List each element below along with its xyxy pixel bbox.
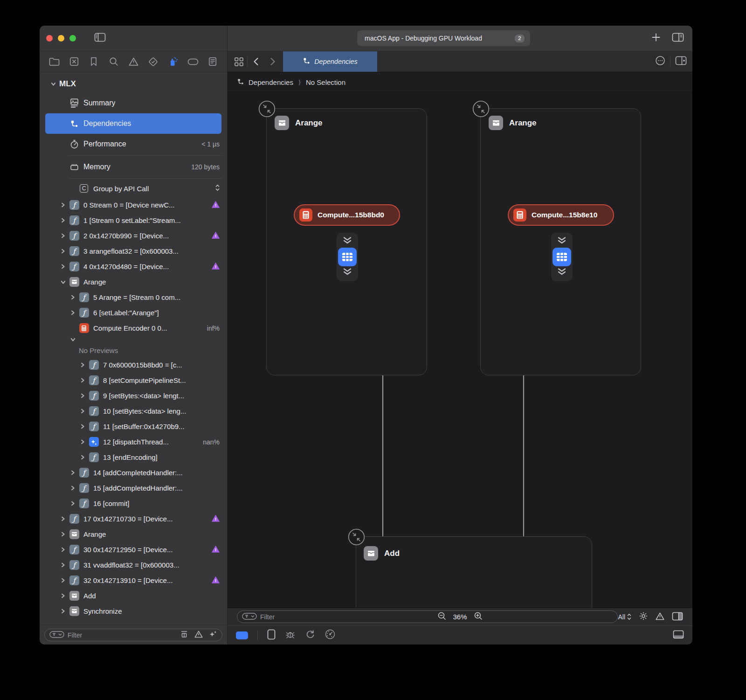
- sidebar-row[interactable]: Performance< 1 µs: [45, 134, 221, 154]
- sidebar-row[interactable]: ƒ15 [addCompletedHandler:...: [45, 480, 221, 496]
- settings-gear-icon[interactable]: [639, 611, 648, 622]
- more-options-icon[interactable]: [655, 55, 665, 68]
- sidebar-row[interactable]: Compute Encoder 0 0...inf%: [45, 320, 221, 336]
- sidebar-row[interactable]: Arange: [45, 274, 221, 290]
- zoom-button[interactable]: [69, 35, 76, 42]
- sparkle-filter-icon[interactable]: [209, 630, 217, 640]
- collapse-icon[interactable]: [348, 528, 365, 546]
- sidebar-row[interactable]: ƒ6 [setLabel:"Arange"]: [45, 305, 221, 320]
- toggle-sidebar-icon[interactable]: [94, 33, 106, 44]
- dependency-graph-canvas[interactable]: Arange Compute...15b8bd0: [228, 92, 692, 608]
- disclosure-chevron[interactable]: [70, 337, 79, 342]
- disclosure-chevron[interactable]: [61, 218, 69, 223]
- folder-icon[interactable]: [47, 55, 61, 69]
- sidebar-row[interactable]: ƒ16 [commit]: [45, 496, 221, 511]
- debug-area-toggle[interactable]: [236, 631, 248, 639]
- sidebar-row[interactable]: ƒ30 0x142712950 = [Device...!: [45, 542, 221, 557]
- sidebar-row[interactable]: ƒ8 [setComputePipelineSt...: [45, 373, 221, 388]
- buffer-widget-2[interactable]: [551, 233, 573, 281]
- sidebar-row[interactable]: Synchronize: [45, 603, 221, 619]
- disclosure-chevron[interactable]: [80, 362, 89, 367]
- compute-encoder-node-2[interactable]: Compute...15b8e10: [508, 204, 614, 226]
- sidebar-row[interactable]: [45, 336, 221, 343]
- sidebar-row[interactable]: CGroup by API Call: [45, 180, 221, 197]
- sidebar-row[interactable]: ƒ11 [setBuffer:0x14270b9...: [45, 419, 221, 434]
- zoom-out-icon[interactable]: [437, 611, 446, 622]
- sidebar-row[interactable]: Add: [45, 588, 221, 603]
- disclosure-chevron[interactable]: [61, 516, 69, 521]
- debug-bug-icon[interactable]: [285, 629, 296, 642]
- collapse-icon[interactable]: [258, 100, 276, 118]
- bottom-panel-icon[interactable]: [673, 630, 684, 641]
- disclosure-chevron[interactable]: [70, 485, 79, 491]
- tab-dependencies[interactable]: Dependencies: [283, 51, 377, 72]
- canvas-filter-field[interactable]: Filter: [237, 610, 618, 623]
- buffer-widget-1[interactable]: [337, 233, 358, 281]
- sidebar-row[interactable]: 12 [dispatchThread...nan%: [45, 434, 221, 450]
- sidebar-row[interactable]: ƒ17 0x142710730 = [Device...!: [45, 511, 221, 527]
- sidebar-row[interactable]: ƒ32 0x142713910 = [Device...!: [45, 573, 221, 588]
- test-diamond-icon[interactable]: [146, 55, 160, 69]
- report-icon[interactable]: [206, 55, 220, 69]
- collapse-icon[interactable]: [472, 100, 490, 118]
- disclosure-chevron[interactable]: [61, 562, 69, 568]
- device-frame-icon[interactable]: [267, 629, 276, 642]
- warning-badge-icon[interactable]: !: [212, 263, 220, 271]
- sidebar-row[interactable]: MLX: [45, 75, 221, 93]
- disclosure-chevron[interactable]: [70, 501, 79, 506]
- inspector-panel-icon[interactable]: [672, 612, 683, 622]
- disclosure-chevron[interactable]: [61, 202, 69, 208]
- group-box-add[interactable]: Add: [356, 536, 592, 608]
- disclosure-chevron[interactable]: [80, 439, 89, 444]
- disclosure-chevron[interactable]: [80, 378, 89, 383]
- warning-filter-icon[interactable]: [194, 631, 203, 639]
- warning-badge-icon[interactable]: !: [212, 201, 220, 209]
- disclosure-chevron[interactable]: [70, 310, 79, 315]
- search-icon[interactable]: [107, 55, 121, 69]
- breadcrumb-current[interactable]: No Selection: [306, 78, 345, 86]
- x-square-icon[interactable]: [67, 55, 81, 69]
- disclosure-chevron[interactable]: [61, 264, 69, 269]
- warnings-icon[interactable]: [656, 612, 664, 622]
- sidebar-row[interactable]: ƒ14 [addCompletedHandler:...: [45, 465, 221, 480]
- split-editor-icon[interactable]: [672, 33, 684, 44]
- sidebar-row[interactable]: Arange: [45, 527, 221, 542]
- back-icon[interactable]: [248, 51, 264, 72]
- sidebar-row[interactable]: ƒ10 [setBytes:<data> leng...: [45, 403, 221, 419]
- zoom-in-icon[interactable]: [474, 611, 483, 622]
- disclosure-chevron[interactable]: [61, 280, 69, 284]
- warning-badge-icon[interactable]: !: [212, 546, 220, 554]
- disclosure-chevron[interactable]: [61, 532, 69, 537]
- sidebar-row[interactable]: ƒ7 0x6000015b8bd0 = [c...: [45, 357, 221, 373]
- disclosure-chevron[interactable]: [51, 82, 59, 86]
- disclosure-chevron[interactable]: [70, 470, 79, 475]
- group-box-arange-1[interactable]: Arange Compute...15b8bd0: [266, 108, 427, 375]
- disclosure-chevron[interactable]: [70, 295, 79, 300]
- sidebar-filter-field[interactable]: Filter: [44, 629, 222, 641]
- disclosure-chevron[interactable]: [80, 409, 89, 414]
- gpu-debug-icon[interactable]: [166, 55, 180, 69]
- popup-chevrons-icon[interactable]: [215, 184, 220, 193]
- sidebar-row[interactable]: ƒ13 [endEncoding]: [45, 450, 221, 465]
- sidebar-row[interactable]: ƒ31 vvaddfloat32 = [0x600003...: [45, 557, 221, 573]
- scope-selector[interactable]: All: [618, 613, 631, 621]
- group-box-arange-2[interactable]: Arange Compute...15b8e10: [480, 108, 641, 375]
- filter-menu-icon[interactable]: [242, 613, 257, 621]
- sidebar-row[interactable]: ƒ4 0x14270d480 = [Device...!: [45, 259, 221, 274]
- chevron-double-down-icon[interactable]: [556, 268, 568, 277]
- chevron-double-down-icon[interactable]: [556, 237, 568, 246]
- restart-icon[interactable]: [305, 629, 315, 641]
- tag-icon[interactable]: [186, 55, 200, 69]
- filter-menu-icon[interactable]: [49, 631, 64, 639]
- chevron-double-down-icon[interactable]: [341, 237, 353, 246]
- performance-gauge-icon[interactable]: [325, 629, 336, 642]
- disclosure-chevron[interactable]: [61, 593, 69, 598]
- table-buffer-icon[interactable]: [553, 248, 571, 266]
- sidebar-row[interactable]: No Previews: [45, 343, 221, 357]
- forward-icon[interactable]: [264, 51, 281, 72]
- tab-overview-icon[interactable]: [230, 51, 247, 72]
- breadcrumb-root[interactable]: Dependencies: [249, 78, 293, 86]
- disclosure-chevron[interactable]: [61, 233, 69, 238]
- sidebar-row[interactable]: ƒ0 Stream 0 = [Device newC...!: [45, 197, 221, 213]
- table-buffer-icon[interactable]: [338, 248, 357, 266]
